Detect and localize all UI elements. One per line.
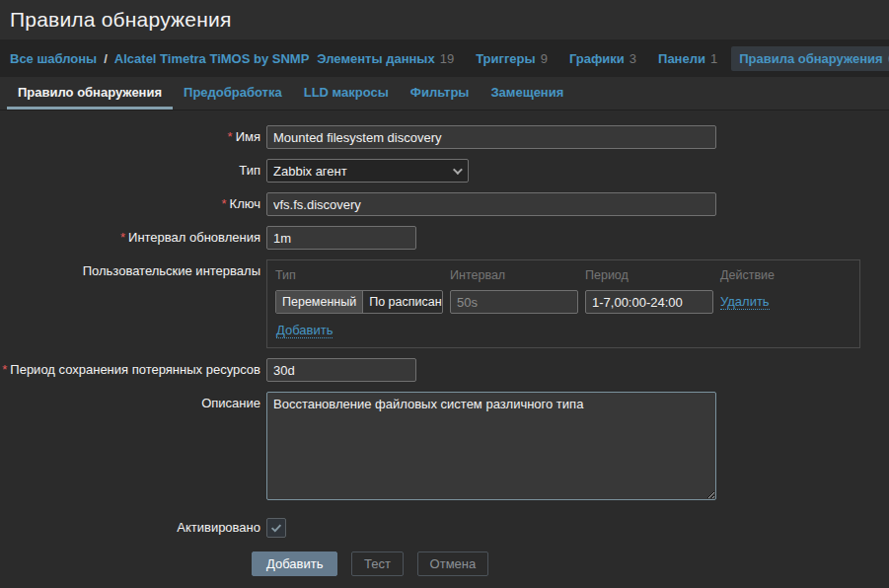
name-input[interactable] xyxy=(266,125,716,149)
interval-type-flexible-button[interactable]: Переменный xyxy=(276,291,362,313)
lifetime-label: Период сохранения потерянных ресурсов xyxy=(10,362,260,377)
breadcrumb-all-templates[interactable]: Все шаблоны xyxy=(10,51,97,66)
update-interval-input[interactable] xyxy=(266,226,416,250)
add-interval-link[interactable]: Добавить xyxy=(276,323,333,338)
cancel-button[interactable]: Отмена xyxy=(417,551,489,576)
form-row-description: Описание Восстановление файловых систем … xyxy=(0,392,889,500)
name-label: Имя xyxy=(236,129,260,144)
required-asterisk: * xyxy=(222,196,227,211)
remove-interval-link[interactable]: Удалить xyxy=(720,294,770,310)
nav-item-count: 19 xyxy=(440,51,454,66)
template-nav-bar: Все шаблоны / Alcatel Timetra TiMOS by S… xyxy=(0,39,889,77)
nav-item-label: Элементы данных xyxy=(317,51,434,66)
column-header-action: Действие xyxy=(720,265,852,285)
interval-action-cell: Удалить xyxy=(720,294,852,310)
column-header-interval: Интервал xyxy=(450,265,578,285)
add-button[interactable]: Добавить xyxy=(252,551,337,576)
tab-preprocessing[interactable]: Предобработка xyxy=(173,77,293,110)
nav-item-items[interactable]: Элементы данных 19 xyxy=(309,46,462,71)
type-label: Тип xyxy=(239,163,260,178)
form-row-type: Тип Zabbix агент xyxy=(0,159,889,183)
page-title: Правила обнаружения xyxy=(10,8,232,32)
chevron-down-icon xyxy=(453,165,463,175)
interval-delay-input[interactable] xyxy=(450,290,578,314)
discovery-rule-tab-bar: Правило обнаружения Предобработка LLD ма… xyxy=(0,77,889,110)
form-row-update-interval: *Интервал обновления xyxy=(0,226,889,250)
nav-item-count: 9 xyxy=(541,51,548,66)
breadcrumb-template-name[interactable]: Alcatel Timetra TiMOS by SNMP xyxy=(114,51,309,66)
breadcrumb-separator: / xyxy=(104,51,108,66)
key-label: Ключ xyxy=(230,196,260,211)
description-textarea[interactable]: Восстановление файловых систем различног… xyxy=(266,392,716,500)
type-select-value: Zabbix агент xyxy=(273,164,347,179)
tab-lld-macros[interactable]: LLD макросы xyxy=(293,77,400,110)
form-row-enabled: Активировано xyxy=(0,516,889,540)
nav-item-graphs[interactable]: Графики 3 xyxy=(561,46,644,71)
lifetime-input[interactable] xyxy=(266,358,416,382)
form-row-key: *Ключ xyxy=(0,192,889,216)
custom-intervals-table: Тип Интервал Период Действие Переменный … xyxy=(266,259,860,348)
type-select[interactable]: Zabbix агент xyxy=(266,159,469,183)
form-row-lifetime: *Период сохранения потерянных ресурсов xyxy=(0,358,889,382)
tab-discovery-rule[interactable]: Правило обнаружения xyxy=(7,77,173,110)
form-row-name: *Имя xyxy=(0,125,889,149)
tab-filters[interactable]: Фильтры xyxy=(400,77,481,110)
checkmark-icon xyxy=(269,521,283,535)
nav-item-label: Триггеры xyxy=(476,51,535,66)
tab-overrides[interactable]: Замещения xyxy=(480,77,574,110)
nav-item-triggers[interactable]: Триггеры 9 xyxy=(468,46,556,71)
required-asterisk: * xyxy=(228,129,233,144)
nav-item-dashboards[interactable]: Панели 1 xyxy=(650,46,725,71)
enabled-label: Активировано xyxy=(177,520,260,535)
interval-type-scheduling-button[interactable]: По расписанию xyxy=(362,291,443,313)
custom-intervals-label: Пользовательские интервалы xyxy=(83,263,260,278)
required-asterisk: * xyxy=(2,362,7,377)
test-button[interactable]: Тест xyxy=(351,551,404,576)
description-label: Описание xyxy=(201,396,260,410)
interval-period-input[interactable] xyxy=(585,290,713,314)
form-actions: Добавить Тест Отмена xyxy=(0,551,889,576)
column-header-type: Тип xyxy=(275,265,443,285)
nav-item-discovery-rules[interactable]: Правила обнаружения 6 xyxy=(731,46,889,71)
nav-item-label: Графики xyxy=(569,51,625,66)
update-interval-label: Интервал обновления xyxy=(128,230,260,245)
nav-item-count: 1 xyxy=(710,51,717,66)
nav-item-count: 3 xyxy=(630,51,636,66)
nav-item-label: Панели xyxy=(658,51,705,66)
enabled-checkbox[interactable] xyxy=(266,518,286,538)
column-header-period: Период xyxy=(585,265,713,285)
interval-type-toggle: Переменный По расписанию xyxy=(275,290,443,314)
page-header: Правила обнаружения xyxy=(0,0,889,39)
discovery-rule-form: *Имя Тип Zabbix агент *Ключ *Интервал об… xyxy=(0,110,889,576)
form-row-custom-intervals: Пользовательские интервалы Тип Интервал … xyxy=(0,259,889,348)
required-asterisk: * xyxy=(120,230,125,245)
nav-item-label: Правила обнаружения xyxy=(739,51,883,66)
key-input[interactable] xyxy=(266,192,716,216)
